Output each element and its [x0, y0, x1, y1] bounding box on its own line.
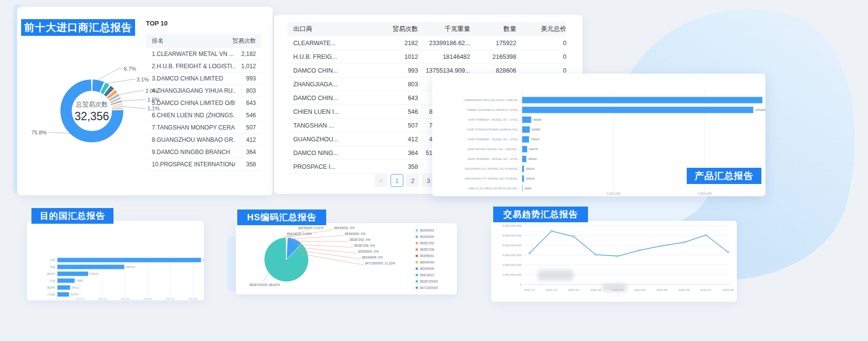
top10-row[interactable]: 4.ZHANGJIAGANG YIHUA RU...803: [146, 85, 261, 97]
trend-line: [530, 231, 728, 256]
bar[interactable]: [522, 127, 530, 133]
bar[interactable]: [57, 258, 201, 262]
bar[interactable]: [522, 97, 762, 104]
legend-label: 85299091: [420, 229, 434, 232]
top10-row[interactable]: 2.H.U.B. FREIGHT & LOGISTI...1,012: [146, 60, 261, 73]
bar[interactable]: [57, 292, 69, 297]
legend-dot: [416, 236, 418, 238]
pagination-page-button[interactable]: 1: [391, 174, 403, 187]
legend-item[interactable]: 8471300000: [416, 285, 438, 291]
legend-item[interactable]: 8528720000: [416, 278, 438, 285]
bar[interactable]: [57, 286, 70, 290]
bar[interactable]: [57, 272, 88, 276]
table-cell: DAMCO CHIN...: [287, 95, 366, 102]
bar[interactable]: [522, 185, 523, 192]
bar[interactable]: [57, 265, 124, 269]
bar[interactable]: [522, 117, 531, 123]
data-point[interactable]: [705, 234, 707, 236]
x-tick-label: 1,000,000: [606, 192, 620, 195]
legend-dot: [416, 261, 418, 263]
top10-row[interactable]: 3.DAMCO CHINA LIMITED993: [146, 73, 261, 85]
table-row[interactable]: CLEARWATE...218223399186.62...1759220: [287, 36, 566, 50]
bar-category-label: GROOMING KIT (MODEL NO.HT4500K...: [465, 177, 520, 180]
donut-slice[interactable]: [103, 88, 107, 90]
top10-trade-count: 803: [246, 87, 256, 94]
top10-table: 排名贸易次数1.CLEARWATER METAL VN ...2,1822.H.…: [146, 34, 261, 171]
top10-trade-count: 546: [246, 112, 256, 119]
top10-row[interactable]: 9.DAMCO NINGBO BRANCH364: [146, 146, 261, 158]
bar-value-label: 636148: [202, 259, 204, 262]
bar-value-label: 56212: [72, 286, 79, 289]
donut-slice[interactable]: [113, 97, 114, 98]
bar[interactable]: [522, 146, 527, 153]
x-tick-label: 600,000: [189, 298, 197, 300]
blur-patch: [538, 270, 573, 281]
data-point[interactable]: [551, 230, 553, 232]
exporters-header-cell: 数量: [470, 25, 516, 33]
pagination-page-button[interactable]: 2: [406, 174, 419, 187]
top10-header-rank: 排名: [152, 37, 164, 45]
pie-callout-label: 85299091: 0%: [334, 226, 355, 230]
bar[interactable]: [522, 136, 529, 143]
callout-line: [123, 106, 146, 108]
legend-item[interactable]: 85414010: [416, 272, 438, 278]
legend-dot: [416, 267, 418, 270]
legend-item[interactable]: 85340090: [416, 234, 438, 240]
x-tick-label: 400,000: [143, 298, 152, 300]
top10-row[interactable]: 5.DAMCO CHINA LIMITED O/B643: [146, 97, 261, 109]
exporters-header-row: 出口商贸易次数千克重量数量美元总价: [287, 22, 566, 36]
legend-item[interactable]: 85287206: [416, 246, 438, 253]
table-cell: GUANGZHOU...: [287, 136, 366, 143]
pie-callout-label: 85340090: 0%: [345, 232, 365, 236]
y-tick-label: 0: [520, 283, 522, 286]
table-cell: CHIEN LUEN I...: [287, 108, 366, 115]
bar-category-label: GROOMING KIT (MODEL NO.HT4000K...: [465, 167, 520, 170]
top10-trade-count: 1,012: [241, 63, 256, 70]
bar[interactable]: [522, 176, 524, 182]
table-cell: 546: [366, 108, 418, 115]
bar[interactable]: [522, 107, 753, 113]
bar-value-label: 4000: [525, 186, 532, 190]
hs-report-badge: HS编码汇总报告: [237, 210, 326, 225]
top10-row[interactable]: 8.GUANGZHOU WANBAO GR...412: [146, 134, 261, 146]
donut-center-label: 总贸易次数: [62, 100, 121, 109]
data-point[interactable]: [639, 249, 641, 251]
top10-row[interactable]: 6.CHIEN LUEN IND (ZHONGS...546: [146, 109, 261, 122]
y-tick-label: 4,000,000,000: [502, 243, 522, 247]
legend-item[interactable]: 85395001: [416, 253, 438, 259]
table-row[interactable]: H.U.B. FREIG...10121814648221653980: [287, 50, 566, 64]
legend-item[interactable]: 85299090: [416, 265, 438, 272]
legend-item[interactable]: 85299091: [416, 227, 438, 234]
table-cell: CLEARWATE...: [287, 40, 366, 47]
hs-legend: 8529909185340090852872928528720685395001…: [416, 227, 438, 291]
data-point[interactable]: [661, 245, 663, 247]
data-point[interactable]: [529, 252, 531, 254]
callout-line: [122, 100, 146, 101]
data-point[interactable]: [573, 236, 575, 237]
table-cell: 412: [366, 136, 418, 143]
legend-item[interactable]: 85287292: [416, 240, 438, 246]
data-point[interactable]: [727, 251, 729, 253]
top10-row[interactable]: 7.TANGSHAN MONOPY CERA...507: [146, 122, 261, 134]
bar[interactable]: [522, 166, 524, 172]
top10-row[interactable]: 1.CLEARWATER METAL VN ...2,182: [146, 48, 261, 60]
donut-slice[interactable]: [92, 85, 102, 87]
donut-slice[interactable]: [107, 90, 110, 93]
donut-slice[interactable]: [111, 94, 113, 96]
bar[interactable]: [522, 156, 526, 162]
callout-line: [291, 236, 344, 239]
legend-dot: [416, 242, 418, 244]
exporters-header-cell: 贸易次数: [366, 25, 418, 33]
pagination-prev-button[interactable]: <: [375, 174, 388, 187]
top10-header-count: 贸易次数: [232, 37, 256, 45]
table-cell: 803: [366, 81, 418, 88]
legend-dot: [416, 248, 418, 251]
bar[interactable]: [57, 279, 75, 283]
legend-item[interactable]: 85044099: [416, 259, 438, 265]
callout-line: [119, 91, 144, 95]
data-point[interactable]: [595, 254, 597, 256]
data-point[interactable]: [617, 255, 619, 257]
top10-row[interactable]: 10.PROSPACE INTERNATIONA...358: [146, 158, 261, 171]
data-point[interactable]: [683, 241, 685, 243]
table-cell: DAMCO NING...: [287, 150, 366, 157]
